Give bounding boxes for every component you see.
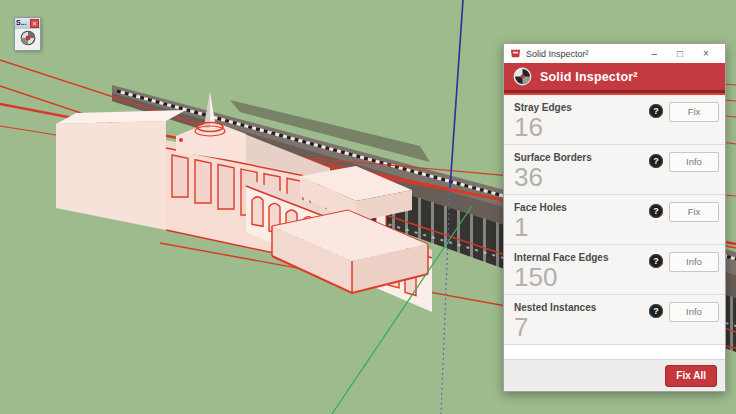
maximize-button[interactable]: □ [667,45,693,62]
info-button[interactable]: Info [669,252,719,272]
solid-inspector-tool-button[interactable] [20,30,36,50]
solid-inspector-toolbar[interactable]: S... × [14,17,41,51]
dialog-app-icon [510,48,521,59]
inspector-row-face-holes: Face Holes 1 ? Fix [504,195,725,245]
inspector-header-title: Solid Inspector² [540,70,638,84]
fix-button[interactable]: Fix [669,202,719,222]
dialog-spacer [504,345,725,359]
dialog-title: Solid Inspector² [526,49,641,59]
inspector-header: Solid Inspector² [504,63,725,93]
minimize-button[interactable]: – [641,45,667,62]
inspector-row-surface-borders: Surface Borders 36 ? Info [504,145,725,195]
info-button[interactable]: Info [669,302,719,322]
help-icon[interactable]: ? [649,104,663,118]
solid-inspector-logo-icon [513,67,532,86]
solid-inspector-dialog: Solid Inspector² – □ × Solid Inspector² … [503,43,726,392]
help-icon[interactable]: ? [649,304,663,318]
fix-button[interactable]: Fix [669,102,719,122]
toolbar-titlebar[interactable]: S... × [15,18,40,29]
dialog-titlebar[interactable]: Solid Inspector² – □ × [504,44,725,63]
help-icon[interactable]: ? [649,154,663,168]
sketchup-application: S... × Solid Inspector² – [0,0,736,414]
inspector-row-nested-instances: Nested Instances 7 ? Info [504,295,725,345]
help-icon[interactable]: ? [649,204,663,218]
inspector-row-list: Stray Edges 16 ? Fix Surface Borders 36 … [504,95,725,345]
close-button[interactable]: × [693,45,719,62]
toolbar-title: S... [16,19,27,26]
fix-all-button[interactable]: Fix All [665,365,717,387]
inspector-row-internal-face-edges: Internal Face Edges 150 ? Info [504,245,725,295]
inspector-footer: Fix All [504,359,725,391]
toolbar-close-button[interactable]: × [30,19,39,28]
info-button[interactable]: Info [669,152,719,172]
inspector-row-stray-edges: Stray Edges 16 ? Fix [504,95,725,145]
help-icon[interactable]: ? [649,254,663,268]
solid-inspector-logo-icon [20,30,36,46]
